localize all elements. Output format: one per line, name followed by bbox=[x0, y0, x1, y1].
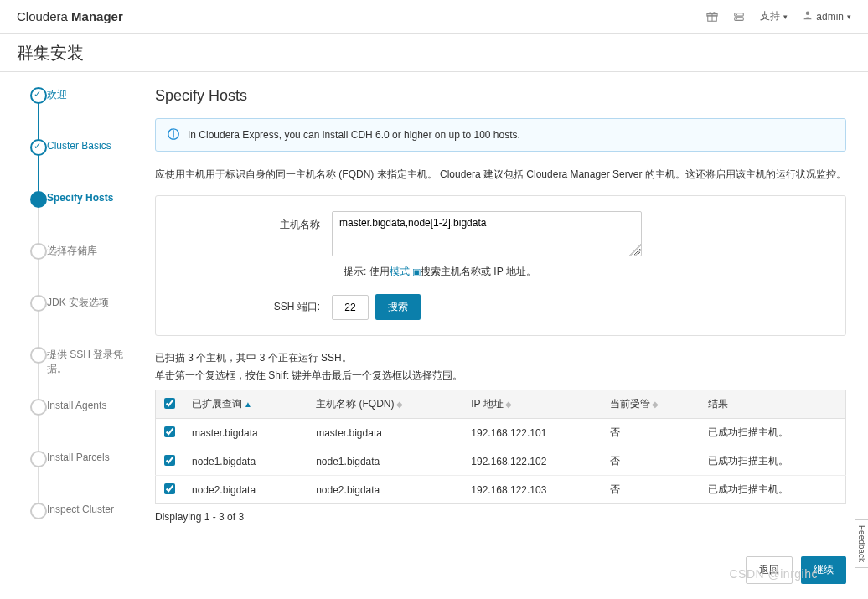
scan-summary-line1: 已扫描 3 个主机，其中 3 个正在运行 SSH。 bbox=[155, 351, 846, 365]
ssh-port-label: SSH 端口: bbox=[231, 300, 332, 314]
wizard-step-7[interactable]: Install Parcels bbox=[23, 451, 134, 503]
content: ✓欢迎✓Cluster BasicsSpecify Hosts选择存储库JDK … bbox=[0, 72, 868, 599]
scan-summary-line2: 单击第一个复选框，按住 Shift 键并单击最后一个复选框以选择范围。 bbox=[155, 369, 846, 383]
col-managed[interactable]: 当前受管◆ bbox=[602, 390, 700, 419]
chevron-down-icon: ▾ bbox=[847, 13, 851, 21]
description-text: 应使用主机用于标识自身的同一主机名称 (FQDN) 来指定主机。 Clouder… bbox=[155, 167, 846, 182]
col-result-label: 结果 bbox=[708, 398, 728, 410]
step-label: 选择存储库 bbox=[47, 243, 97, 258]
ssh-row: SSH 端口: 搜索 bbox=[231, 294, 830, 320]
col-query[interactable]: 已扩展查询▲ bbox=[183, 390, 307, 419]
support-label: 支持 bbox=[760, 9, 780, 23]
page-title: 群集安装 bbox=[0, 34, 868, 72]
back-button[interactable]: 返回 bbox=[746, 556, 793, 584]
cell-ip: 192.168.122.102 bbox=[462, 447, 601, 476]
wizard-step-1[interactable]: ✓Cluster Basics bbox=[23, 139, 134, 191]
feedback-tab[interactable]: Feedback bbox=[855, 519, 868, 568]
wizard-step-6[interactable]: Install Agents bbox=[23, 399, 134, 451]
user-label: admin bbox=[816, 11, 844, 23]
col-ip[interactable]: IP 地址◆ bbox=[462, 390, 601, 419]
info-banner: ⓘ In Cloudera Express, you can install C… bbox=[155, 118, 846, 152]
popout-icon[interactable]: ▣ bbox=[412, 266, 421, 276]
cell-query: master.bigdata bbox=[183, 419, 307, 447]
sort-asc-icon: ▲ bbox=[244, 400, 252, 409]
row-checkbox[interactable] bbox=[164, 455, 175, 466]
sort-icon: ◆ bbox=[652, 400, 659, 409]
svg-rect-3 bbox=[735, 13, 744, 16]
cell-query: node2.bigdata bbox=[183, 476, 307, 504]
hostnames-label: 主机名称 bbox=[231, 211, 332, 232]
cell-managed: 否 bbox=[602, 476, 700, 504]
hosts-table: 已扩展查询▲ 主机名称 (FQDN)◆ IP 地址◆ 当前受管◆ 结果 mast… bbox=[155, 390, 846, 504]
wizard-step-0[interactable]: ✓欢迎 bbox=[23, 87, 134, 139]
main-panel: Specify Hosts ⓘ In Cloudera Express, you… bbox=[142, 72, 868, 599]
col-ip-label: IP 地址 bbox=[471, 398, 503, 410]
table-row: node2.bigdatanode2.bigdata192.168.122.10… bbox=[156, 476, 846, 504]
chevron-down-icon: ▾ bbox=[783, 13, 788, 21]
hint-text: 提示: 使用模式 ▣搜索主机名称或 IP 地址。 bbox=[344, 265, 830, 279]
cell-result: 已成功扫描主机。 bbox=[700, 447, 846, 476]
check-icon: ✓ bbox=[34, 89, 41, 100]
hint-prefix: 提示: 使用 bbox=[344, 266, 390, 277]
user-icon bbox=[803, 10, 813, 23]
wizard-step-3[interactable]: 选择存储库 bbox=[23, 243, 134, 295]
cell-managed: 否 bbox=[602, 447, 700, 476]
ssh-port-input[interactable] bbox=[332, 295, 369, 320]
table-header-row: 已扩展查询▲ 主机名称 (FQDN)◆ IP 地址◆ 当前受管◆ 结果 bbox=[156, 390, 846, 419]
continue-button[interactable]: 继续 bbox=[801, 556, 846, 584]
svg-rect-4 bbox=[735, 17, 744, 20]
step-label: 提供 SSH 登录凭据。 bbox=[47, 347, 134, 376]
header-right: 支持 ▾ admin ▾ bbox=[706, 9, 851, 23]
select-all-checkbox[interactable] bbox=[164, 398, 175, 409]
svg-point-5 bbox=[736, 13, 737, 14]
col-fqdn[interactable]: 主机名称 (FQDN)◆ bbox=[307, 390, 462, 419]
brand-bold: Manager bbox=[71, 9, 123, 23]
row-checkbox[interactable] bbox=[164, 483, 175, 494]
cell-managed: 否 bbox=[602, 419, 700, 447]
check-icon: ✓ bbox=[34, 141, 41, 152]
sort-icon: ◆ bbox=[396, 400, 403, 409]
hostnames-row: 主机名称 bbox=[231, 211, 830, 256]
cell-ip: 192.168.122.103 bbox=[462, 476, 601, 504]
col-result: 结果 bbox=[700, 390, 846, 419]
server-icon[interactable] bbox=[733, 11, 745, 23]
hint-suffix: 搜索主机名称或 IP 地址。 bbox=[421, 266, 536, 277]
step-label: Specify Hosts bbox=[47, 191, 113, 204]
col-query-label: 已扩展查询 bbox=[192, 398, 242, 410]
search-button[interactable]: 搜索 bbox=[375, 294, 421, 320]
user-menu[interactable]: admin ▾ bbox=[803, 10, 851, 23]
col-managed-label: 当前受管 bbox=[610, 398, 650, 410]
step-label: JDK 安装选项 bbox=[47, 295, 109, 310]
host-form: 主机名称 提示: 使用模式 ▣搜索主机名称或 IP 地址。 SSH 端口: 搜索 bbox=[155, 195, 846, 336]
col-fqdn-label: 主机名称 (FQDN) bbox=[316, 398, 394, 410]
sort-icon: ◆ bbox=[505, 400, 512, 409]
step-label: Install Agents bbox=[47, 399, 106, 411]
pattern-link[interactable]: 模式 bbox=[390, 266, 410, 277]
wizard-step-2[interactable]: Specify Hosts bbox=[23, 191, 134, 243]
brand-prefix: Cloudera bbox=[17, 9, 71, 23]
app-header: Cloudera Manager 支持 ▾ admin ▾ bbox=[0, 0, 868, 34]
wizard-step-8[interactable]: Inspect Cluster bbox=[23, 503, 134, 528]
svg-point-7 bbox=[806, 12, 810, 16]
cell-query: node1.bigdata bbox=[183, 447, 307, 476]
support-menu[interactable]: 支持 ▾ bbox=[760, 9, 788, 23]
cell-fqdn: master.bigdata bbox=[307, 419, 462, 447]
cell-result: 已成功扫描主机。 bbox=[700, 419, 846, 447]
step-label: Inspect Cluster bbox=[47, 503, 114, 515]
info-icon: ⓘ bbox=[168, 127, 179, 142]
cell-fqdn: node1.bigdata bbox=[307, 447, 462, 476]
wizard-sidebar: ✓欢迎✓Cluster BasicsSpecify Hosts选择存储库JDK … bbox=[0, 72, 142, 599]
footer-bar: 返回 继续 bbox=[746, 556, 846, 584]
wizard-step-4[interactable]: JDK 安装选项 bbox=[23, 295, 134, 347]
gift-icon[interactable] bbox=[706, 11, 718, 23]
row-checkbox[interactable] bbox=[164, 426, 175, 437]
wizard-step-5[interactable]: 提供 SSH 登录凭据。 bbox=[23, 347, 134, 399]
hostnames-input[interactable] bbox=[332, 211, 642, 256]
step-label: Install Parcels bbox=[47, 451, 110, 463]
section-title: Specify Hosts bbox=[155, 87, 846, 105]
table-row: master.bigdatamaster.bigdata192.168.122.… bbox=[156, 419, 846, 447]
cell-ip: 192.168.122.101 bbox=[462, 419, 601, 447]
step-label: Cluster Basics bbox=[47, 139, 111, 152]
brand: Cloudera Manager bbox=[17, 9, 123, 23]
step-label: 欢迎 bbox=[47, 87, 67, 102]
